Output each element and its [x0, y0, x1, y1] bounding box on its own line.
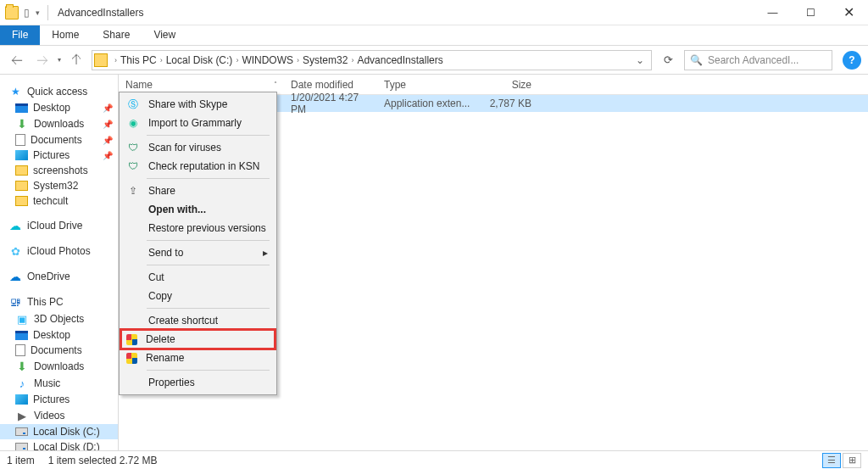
submenu-arrow-icon: ▸ [263, 247, 268, 259]
crumb[interactable]: This PC [120, 54, 157, 66]
tab-share[interactable]: Share [91, 25, 142, 45]
cell-type: Application exten... [377, 98, 479, 109]
close-button[interactable]: ✕ [830, 0, 868, 25]
cell-size: 2,787 KB [479, 98, 538, 109]
titlebar: ▯ ▾ AdvancedInstallers — ☐ ✕ [0, 0, 868, 25]
ctx-copy[interactable]: Copy [121, 287, 275, 305]
separator [147, 308, 270, 309]
search-box[interactable]: 🔍 Search AdvancedI... [684, 50, 832, 70]
onedrive-icon: ☁ [8, 270, 22, 283]
sidebar-item-local-disk-c[interactable]: Local Disk (C:) [0, 424, 118, 439]
documents-icon [15, 134, 25, 146]
thispc-icon: 🖳 [8, 295, 22, 309]
ctx-open-with[interactable]: Open with... [121, 200, 275, 219]
sidebar-item-techcult[interactable]: techcult [0, 193, 118, 209]
ctx-rename[interactable]: Rename [121, 349, 275, 367]
help-button[interactable]: ? [843, 51, 861, 70]
drive-icon [15, 427, 28, 436]
sidebar-item-videos[interactable]: ▶Videos [0, 407, 118, 424]
ctx-scan-viruses[interactable]: 🛡Scan for viruses [121, 138, 275, 157]
star-icon: ★ [8, 85, 22, 98]
app-folder-icon [5, 6, 19, 20]
sidebar-item-desktop-2[interactable]: Desktop [0, 327, 118, 343]
separator [47, 5, 48, 20]
crumb[interactable]: Local Disk (C:) [166, 54, 233, 66]
sidebar-item-music[interactable]: ♪Music [0, 375, 118, 392]
status-count: 1 item [7, 455, 35, 466]
qat-dropdown-icon[interactable]: ▾ [34, 8, 42, 17]
status-bar: 1 item 1 item selected 2.72 MB ☰ ⊞ [0, 450, 868, 469]
desktop-icon [15, 103, 28, 113]
ribbon: File Home Share View [0, 25, 868, 46]
forward-button[interactable]: 🡢 [32, 50, 53, 70]
crumb[interactable]: System32 [303, 54, 348, 66]
tab-file[interactable]: File [0, 25, 40, 45]
folder-icon [15, 181, 28, 191]
ctx-restore-versions[interactable]: Restore previous versions [121, 219, 275, 237]
pin-icon: 📌 [103, 136, 113, 145]
blank-icon [126, 246, 140, 260]
back-button[interactable]: 🡠 [7, 50, 27, 70]
ctx-send-to[interactable]: Send to▸ [121, 243, 275, 262]
tab-view[interactable]: View [142, 25, 187, 45]
context-menu: ⓈShare with Skype ◉Import to Grammarly 🛡… [119, 92, 277, 395]
pin-icon: 📌 [103, 103, 113, 113]
separator [147, 240, 270, 241]
minimize-button[interactable]: — [754, 0, 792, 25]
tab-home[interactable]: Home [40, 25, 91, 45]
ctx-delete[interactable]: Delete [121, 330, 275, 349]
sidebar-item-downloads[interactable]: ⬇Downloads📌 [0, 115, 118, 132]
blank-icon [126, 203, 140, 216]
uac-shield-icon [126, 353, 137, 364]
documents-icon [15, 344, 25, 356]
address-folder-icon [94, 53, 108, 67]
sidebar-onedrive[interactable]: ☁OneDrive [0, 268, 118, 285]
address-dropdown-icon[interactable]: ⌄ [631, 54, 649, 66]
pin-icon: 📌 [103, 120, 113, 129]
sidebar-icloud-drive[interactable]: ☁iCloud Drive [0, 217, 118, 234]
view-details-button[interactable]: ☰ [822, 453, 841, 468]
sidebar-item-3d-objects[interactable]: ▣3D Objects [0, 310, 118, 327]
address-bar[interactable]: ›This PC ›Local Disk (C:) ›WINDOWS ›Syst… [92, 50, 652, 70]
up-button[interactable]: 🡡 [66, 50, 86, 70]
cell-date: 1/20/2021 4:27 PM [284, 92, 377, 115]
sidebar-item-screenshots[interactable]: screenshots [0, 163, 118, 178]
crumb[interactable]: AdvancedInstallers [357, 54, 442, 66]
history-dropdown[interactable]: ▾ [58, 56, 61, 64]
ctx-share-skype[interactable]: ⓈShare with Skype [121, 95, 275, 114]
separator [147, 265, 270, 265]
ctx-share[interactable]: ⇪Share [121, 181, 275, 200]
separator [147, 370, 270, 371]
sidebar-item-pictures-2[interactable]: Pictures [0, 392, 118, 407]
shield-icon: 🛡 [126, 141, 140, 154]
sidebar-item-downloads-2[interactable]: ⬇Downloads [0, 358, 118, 375]
ctx-check-reputation[interactable]: 🛡Check reputation in KSN [121, 157, 275, 176]
ctx-cut[interactable]: Cut [121, 268, 275, 287]
col-name[interactable]: Name˄ [119, 79, 284, 91]
sidebar-icloud-photos[interactable]: ✿iCloud Photos [0, 243, 118, 260]
content-area: Name˄ Date modified Type Size 1/20/2021 … [119, 75, 868, 450]
qat-separator-icon: ▯ [20, 7, 32, 19]
refresh-button[interactable]: ⟳ [657, 50, 679, 70]
col-size[interactable]: Size [479, 79, 538, 91]
sidebar-item-documents[interactable]: Documents📌 [0, 132, 118, 148]
sidebar-this-pc[interactable]: 🖳This PC [0, 293, 118, 310]
ctx-import-grammarly[interactable]: ◉Import to Grammarly [121, 114, 275, 132]
col-type[interactable]: Type [377, 79, 479, 91]
ctx-create-shortcut[interactable]: Create shortcut [121, 311, 275, 330]
view-thumbnails-button[interactable]: ⊞ [843, 453, 861, 468]
sidebar-item-pictures[interactable]: Pictures📌 [0, 148, 118, 163]
blank-icon [126, 314, 140, 327]
crumb[interactable]: WINDOWS [242, 54, 293, 66]
maximize-button[interactable]: ☐ [792, 0, 830, 25]
photos-icon: ✿ [8, 244, 22, 258]
col-date[interactable]: Date modified [284, 79, 377, 91]
sidebar-item-documents-2[interactable]: Documents [0, 343, 118, 358]
blank-icon [126, 221, 140, 235]
ctx-properties[interactable]: Properties [121, 373, 275, 392]
sidebar-item-system32[interactable]: System32 [0, 178, 118, 193]
sidebar-item-local-disk-d[interactable]: Local Disk (D:) [0, 439, 118, 450]
sidebar-quick-access[interactable]: ★Quick access [0, 83, 118, 100]
sidebar-item-desktop[interactable]: Desktop📌 [0, 100, 118, 115]
drive-icon [15, 443, 28, 450]
